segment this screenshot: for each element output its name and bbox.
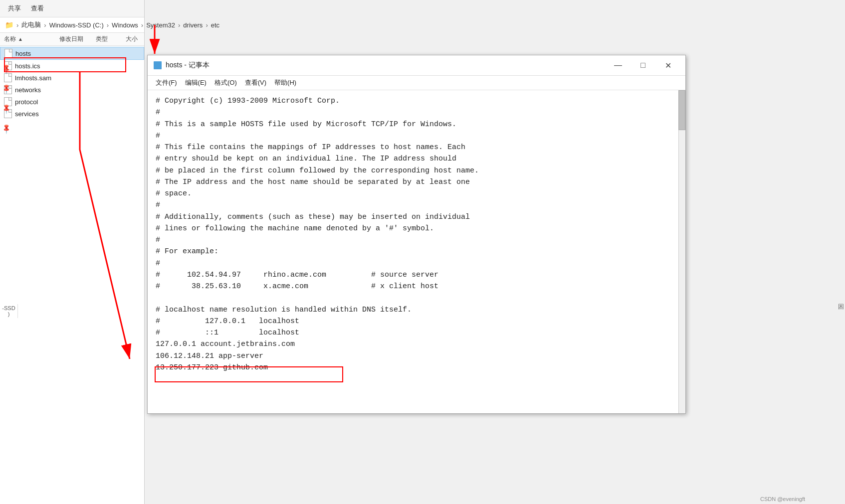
file-icon-hosts xyxy=(4,49,12,58)
scrollbar-thumb[interactable] xyxy=(678,90,685,130)
notepad-title-area: hosts - 记事本 xyxy=(154,61,210,70)
breadcrumb[interactable]: 📁 › 此电脑 › Windows-SSD (C:) › Windows › S… xyxy=(0,17,144,33)
notepad-app-icon xyxy=(154,61,162,69)
col-date-header[interactable]: 修改日期 xyxy=(59,35,96,43)
explorer-toolbar: 共享 查看 xyxy=(0,0,144,17)
notepad-text[interactable]: # Copyright (c) 1993-2009 Microsoft Corp… xyxy=(148,90,685,378)
menu-help[interactable]: 帮助(H) xyxy=(270,77,300,89)
notepad-titlebar: hosts - 记事本 — □ ✕ xyxy=(148,55,685,76)
col-type-header[interactable]: 类型 xyxy=(96,35,126,43)
breadcrumb-computer[interactable]: 此电脑 xyxy=(21,20,41,29)
breadcrumb-sep2: › xyxy=(44,21,46,29)
pin-icon-4[interactable]: 📌 xyxy=(0,123,12,134)
menu-file[interactable]: 文件(F) xyxy=(152,77,181,89)
pin-icon-2[interactable]: 📌 xyxy=(0,83,12,94)
file-item-networks[interactable]: networks xyxy=(0,84,144,96)
file-name-protocol: protocol xyxy=(15,98,38,106)
breadcrumb-drive[interactable]: Windows-SSD (C:) xyxy=(49,21,104,29)
notepad-menubar: 文件(F) 编辑(E) 格式(O) 查看(V) 帮助(H) xyxy=(148,76,685,90)
breadcrumb-etc[interactable]: etc xyxy=(211,21,219,29)
file-item-protocol[interactable]: protocol xyxy=(0,96,144,108)
breadcrumb-sep6: › xyxy=(206,21,208,29)
file-item-services[interactable]: services xyxy=(0,108,144,120)
notepad-controls: — □ ✕ xyxy=(607,58,679,72)
breadcrumb-drivers[interactable]: drivers xyxy=(183,21,203,29)
col-name-header[interactable]: 名称 ▲ xyxy=(4,35,59,43)
breadcrumb-sep5: › xyxy=(178,21,180,29)
breadcrumb-sep: › xyxy=(16,21,18,29)
menu-format[interactable]: 格式(O) xyxy=(211,77,241,89)
file-item-lmhosts[interactable]: lmhosts.sam xyxy=(0,72,144,84)
file-name-networks: networks xyxy=(15,86,41,94)
column-headers: 名称 ▲ 修改日期 类型 大小 xyxy=(0,33,144,46)
close-button[interactable]: ✕ xyxy=(656,58,679,72)
file-name-services: services xyxy=(15,110,39,118)
pin-icon-1[interactable]: 📌 xyxy=(0,63,12,74)
watermark: CSDN @eveningft xyxy=(760,496,805,502)
file-item-hosts[interactable]: hosts xyxy=(0,47,144,60)
file-item-hosts-ics[interactable]: hosts.ics xyxy=(0,60,144,72)
notepad-title-text: hosts - 记事本 xyxy=(166,61,210,70)
file-name-lmhosts: lmhosts.sam xyxy=(15,74,51,82)
view-menu[interactable]: 查看 xyxy=(31,4,44,13)
breadcrumb-system32[interactable]: System32 xyxy=(146,21,175,29)
pin-icon-3[interactable]: 📌 xyxy=(0,103,12,114)
menu-view[interactable]: 查看(V) xyxy=(241,77,270,89)
notepad-content-area: # Copyright (c) 1993-2009 Microsoft Corp… xyxy=(148,90,685,413)
share-menu[interactable]: 共享 xyxy=(8,4,21,13)
maximize-button[interactable]: □ xyxy=(632,58,654,72)
file-name-hosts: hosts xyxy=(15,50,31,57)
notepad-scrollbar[interactable] xyxy=(678,90,685,413)
col-size-header[interactable]: 大小 xyxy=(126,35,144,43)
sidebar-label: -SSD ) xyxy=(0,304,18,318)
menu-edit[interactable]: 编辑(E) xyxy=(181,77,211,89)
file-list: hosts hosts.ics lmhosts.sam networks pro… xyxy=(0,46,144,121)
minimize-button[interactable]: — xyxy=(607,58,630,72)
breadcrumb-sep3: › xyxy=(107,21,109,29)
notepad-window: hosts - 记事本 — □ ✕ 文件(F) 编辑(E) 格式(O) 查看(V… xyxy=(147,55,686,414)
breadcrumb-windows[interactable]: Windows xyxy=(112,21,138,29)
breadcrumb-icon: 📁 xyxy=(5,21,13,29)
file-name-hosts-ics: hosts.ics xyxy=(15,62,40,70)
breadcrumb-sep4: › xyxy=(141,21,143,29)
file-explorer: 共享 查看 📁 › 此电脑 › Windows-SSD (C:) › Windo… xyxy=(0,0,145,504)
sort-arrow: ▲ xyxy=(18,36,23,42)
